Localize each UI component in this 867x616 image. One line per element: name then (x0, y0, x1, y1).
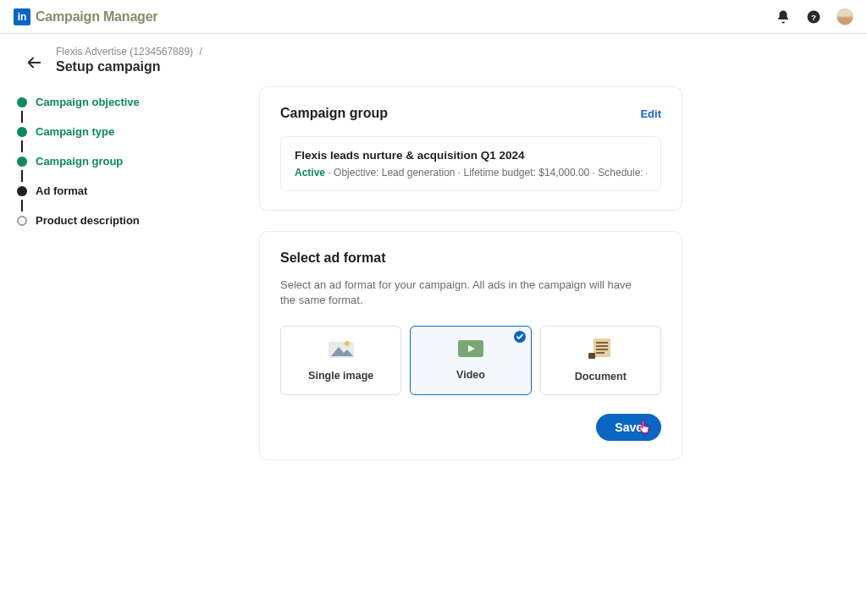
ad-format-options: Single image Video (280, 326, 661, 395)
step-ad-format[interactable]: Ad format (17, 182, 229, 200)
step-connector (21, 200, 23, 212)
video-icon (458, 340, 483, 360)
ad-format-label: Document (575, 371, 627, 382)
svg-rect-9 (594, 338, 610, 357)
top-nav-right: ? (776, 8, 853, 25)
step-dot-icon (17, 157, 27, 167)
step-product-description[interactable]: Product description (17, 212, 229, 229)
ad-format-label: Single image (308, 370, 373, 382)
svg-rect-14 (588, 353, 595, 359)
meta-schedule: Schedule: 4/6/2023 to 5/28 (598, 167, 647, 179)
breadcrumb-account[interactable]: Flexis Advertise (1234567889) (56, 46, 193, 58)
page-title: Setup campaign (56, 59, 202, 74)
step-connector (21, 111, 23, 123)
step-label[interactable]: Ad format (36, 184, 87, 197)
card-help-text: Select an ad format for your campaign. A… (280, 278, 644, 307)
check-icon (514, 331, 526, 343)
svg-point-3 (345, 341, 350, 346)
campaign-group-meta: Active · Objective: Lead generation · Li… (295, 167, 647, 179)
page-header: Flexis Advertise (1234567889) / Setup ca… (0, 34, 867, 80)
setup-stepper: Campaign objective Campaign type Campaig… (17, 86, 229, 481)
top-nav: in Campaign Manager ? (0, 0, 867, 34)
step-label[interactable]: Campaign group (36, 155, 123, 168)
back-button[interactable] (24, 52, 44, 73)
help-icon[interactable]: ? (806, 9, 821, 25)
step-label[interactable]: Campaign type (36, 125, 114, 138)
ad-format-option-video[interactable]: Video (410, 326, 531, 395)
step-connector (21, 140, 23, 152)
save-button[interactable]: Save (596, 414, 661, 441)
step-label[interactable]: Campaign objective (36, 96, 140, 108)
ad-format-option-single-image[interactable]: Single image (280, 326, 401, 395)
step-dot-icon (17, 216, 27, 226)
campaign-group-card: Campaign group Edit Flexis leads nurture… (259, 86, 682, 211)
step-label[interactable]: Product description (36, 214, 140, 227)
notifications-bell-icon[interactable] (776, 9, 791, 25)
status-badge: Active (295, 167, 325, 179)
brand: in Campaign Manager (14, 8, 157, 25)
edit-campaign-group-button[interactable]: Edit (640, 107, 661, 120)
meta-objective: Objective: Lead generation (334, 167, 455, 179)
step-dot-icon (17, 186, 27, 196)
breadcrumb[interactable]: Flexis Advertise (1234567889) / (56, 46, 202, 58)
card-title: Campaign group (280, 106, 388, 121)
breadcrumb-separator: / (199, 46, 202, 58)
campaign-group-name: Flexis leads nurture & acquisition Q1 20… (295, 149, 647, 162)
step-connector (21, 170, 23, 182)
ad-format-option-document[interactable]: Document (540, 326, 661, 395)
profile-avatar[interactable] (837, 8, 853, 25)
app-title: Campaign Manager (36, 9, 157, 25)
image-icon (329, 339, 354, 361)
main-content: Campaign group Edit Flexis leads nurture… (229, 86, 867, 481)
card-title: Select ad format (280, 250, 661, 266)
svg-text:?: ? (811, 12, 816, 21)
meta-budget: Lifetime budget: $14,000.00 (464, 167, 590, 179)
document-icon (588, 338, 612, 362)
campaign-group-summary: Flexis leads nurture & acquisition Q1 20… (280, 136, 661, 191)
linkedin-logo-icon: in (14, 8, 30, 25)
step-campaign-objective[interactable]: Campaign objective (17, 93, 229, 111)
ad-format-label: Video (456, 369, 485, 381)
step-campaign-group[interactable]: Campaign group (17, 152, 229, 170)
step-campaign-type[interactable]: Campaign type (17, 123, 229, 140)
step-dot-icon (17, 127, 27, 137)
step-dot-icon (17, 97, 27, 107)
ad-format-card: Select ad format Select an ad format for… (259, 231, 682, 460)
